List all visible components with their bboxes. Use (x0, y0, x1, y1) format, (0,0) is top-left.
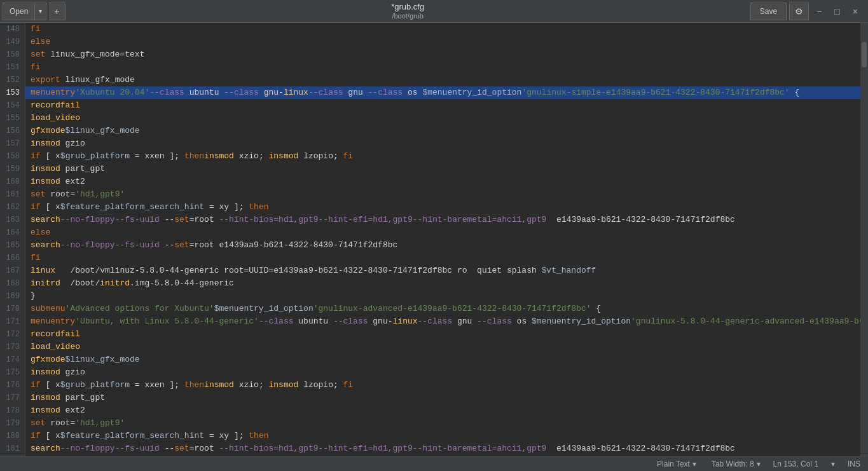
code-line[interactable]: load_video (25, 341, 860, 353)
line-number: 151 (5, 61, 20, 74)
line-number: 163 (5, 214, 20, 226)
file-type-dropdown[interactable]: Plain Text ▾ (654, 458, 699, 470)
open-dropdown-button[interactable]: ▾ (35, 3, 46, 20)
code-line[interactable]: if [ x$grub_platform = xxen ]; then insm… (25, 379, 860, 392)
line-number: 169 (5, 290, 20, 303)
line-number: 173 (5, 341, 20, 353)
code-line[interactable]: insmod ext2 (25, 404, 860, 417)
code-line[interactable]: if [ x$grub_platform = xxen ]; then insm… (25, 150, 860, 163)
line-number: 157 (5, 137, 20, 150)
line-number: 182 (5, 455, 20, 456)
line-number: 172 (5, 328, 20, 341)
position-dropdown[interactable]: ▾ (829, 458, 837, 470)
file-type-chevron: ▾ (692, 460, 696, 468)
ins-label: INS (848, 460, 860, 468)
position-indicator: Ln 153, Col 1 (773, 460, 818, 468)
line-number: 171 (5, 315, 20, 328)
code-line[interactable]: insmod part_gpt (25, 392, 860, 404)
tab-width-chevron: ▾ (757, 460, 761, 468)
scrollbar-track[interactable] (860, 23, 868, 456)
code-content[interactable]: fielse set linux_gfx_mode=textfiexport l… (25, 23, 860, 456)
code-line[interactable]: linux /boot/vmlinuz-5.8.0-44-generic roo… (25, 264, 860, 277)
line-number: 162 (5, 201, 20, 214)
code-line[interactable]: fi (25, 61, 860, 74)
line-number: 149 (5, 36, 20, 48)
code-line[interactable]: insmod gzio (25, 137, 860, 150)
line-number: 160 (5, 175, 20, 188)
line-number: 180 (5, 430, 20, 442)
maximize-button[interactable]: □ (829, 3, 844, 20)
minimize-button[interactable]: − (811, 3, 827, 20)
tab-width-label: Tab Width: 8 (712, 460, 754, 468)
line-number: 168 (5, 277, 20, 290)
statusbar-right: Plain Text ▾ Tab Width: 8 ▾ Ln 153, Col … (654, 458, 860, 470)
code-line[interactable]: search --no-floppy --fs-uuid --set=root … (25, 239, 860, 252)
code-line[interactable]: if [ x$feature_platform_search_hint = xy… (25, 430, 860, 442)
statusbar: Plain Text ▾ Tab Width: 8 ▾ Ln 153, Col … (0, 456, 868, 471)
line-number: 167 (5, 264, 20, 277)
position-chevron: ▾ (831, 460, 835, 468)
line-number: 150 (5, 48, 20, 61)
scrollbar-thumb[interactable] (862, 42, 867, 67)
code-line[interactable]: recordfail (25, 99, 860, 112)
line-number: 165 (5, 239, 20, 252)
open-button[interactable]: Open (3, 3, 35, 20)
line-number: 154 (5, 99, 20, 112)
code-line[interactable]: gfxmode $linux_gfx_mode (25, 353, 860, 366)
line-number: 158 (5, 150, 20, 163)
code-line[interactable]: menuentry 'Ubuntu, with Linux 5.8.0-44-g… (25, 315, 860, 328)
line-number: 159 (5, 163, 20, 175)
title-filename: *grub.cfg (391, 2, 424, 12)
code-line[interactable]: } (25, 290, 860, 303)
code-line[interactable]: load_video (25, 112, 860, 125)
line-number: 148 (5, 23, 20, 36)
gear-button[interactable]: ⚙ (789, 3, 809, 20)
titlebar-center: *grub.cfg /boot/grub (65, 2, 750, 20)
code-line[interactable]: insmod ext2 (25, 175, 860, 188)
line-number: 174 (5, 353, 20, 366)
code-line[interactable]: menuentry 'Xubuntu 20.04' --class ubuntu… (25, 86, 860, 99)
code-line[interactable]: recordfail (25, 328, 860, 341)
line-number: 166 (5, 252, 20, 264)
code-line[interactable]: set root='hd1,gpt9' (25, 417, 860, 430)
code-line[interactable]: if [ x$feature_platform_search_hint = xy… (25, 201, 860, 214)
line-number: 161 (5, 188, 20, 201)
position-label: Ln 153, Col 1 (773, 460, 818, 468)
line-number: 179 (5, 417, 20, 430)
new-tab-button[interactable]: + (49, 3, 65, 20)
line-number: 175 (5, 366, 20, 379)
code-line[interactable]: fi (25, 252, 860, 264)
code-line[interactable]: initrd /boot/initrd.img-5.8.0-44-generic (25, 277, 860, 290)
titlebar-right: Save ⚙ − □ × (750, 3, 868, 20)
line-number: 155 (5, 112, 20, 125)
code-line[interactable]: search --no-floppy --fs-uuid --set=root … (25, 442, 860, 455)
code-line[interactable]: gfxmode $linux_gfx_mode (25, 125, 860, 137)
file-type-label: Plain Text (657, 460, 690, 468)
code-line[interactable]: export linux_gfx_mode (25, 74, 860, 86)
code-line[interactable]: set root='hd1,gpt9' (25, 188, 860, 201)
save-button[interactable]: Save (750, 3, 787, 20)
title-path: /boot/grub (392, 12, 424, 20)
tab-width-dropdown[interactable]: Tab Width: 8 ▾ (709, 458, 763, 470)
close-button[interactable]: × (848, 3, 863, 20)
code-line[interactable]: search --no-floppy --fs-uuid --set=root … (25, 214, 860, 226)
code-line[interactable]: insmod gzio (25, 366, 860, 379)
line-number: 156 (5, 125, 20, 137)
titlebar: Open ▾ + *grub.cfg /boot/grub Save ⚙ − □… (0, 0, 868, 23)
code-line[interactable]: set linux_gfx_mode=text (25, 48, 860, 61)
editor-area: 1481491501511521531541551561571581591601… (0, 23, 868, 456)
code-line[interactable]: else (25, 226, 860, 239)
line-number: 164 (5, 226, 20, 239)
line-number: 170 (5, 303, 20, 315)
code-line[interactable]: else (25, 455, 860, 456)
code-line[interactable]: insmod part_gpt (25, 163, 860, 175)
code-line[interactable]: fi (25, 23, 860, 36)
line-numbers: 1481491501511521531541551561571581591601… (0, 23, 25, 456)
code-line[interactable]: submenu 'Advanced options for Xubuntu' $… (25, 303, 860, 315)
line-number: 153 (5, 86, 20, 99)
line-number: 181 (5, 442, 20, 455)
line-number: 178 (5, 404, 20, 417)
ins-indicator: INS (848, 460, 860, 468)
line-number: 177 (5, 392, 20, 404)
code-line[interactable]: else (25, 36, 860, 48)
